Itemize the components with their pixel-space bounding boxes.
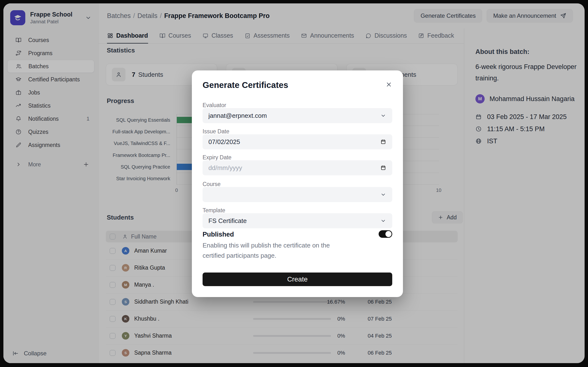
template-select[interactable]: FS Certificate [203, 213, 392, 228]
field-label-template: Template [203, 207, 225, 214]
app-window: Frappe School Jannat Patel CoursesProgra… [3, 3, 585, 363]
date-calendar-icon [380, 139, 386, 145]
generate-certificates-modal: Generate Certificates Evaluator jannat@e… [192, 70, 403, 297]
chevron-down-icon [380, 191, 386, 198]
chevron-down-icon [380, 218, 386, 224]
field-value: FS Certificate [208, 217, 380, 225]
field-value: 07/02/2025 [208, 138, 380, 146]
chevron-down-icon [380, 112, 386, 119]
close-icon[interactable] [385, 81, 392, 88]
field-label-issue-date: Issue Date [203, 128, 229, 135]
expiry-date-date-input[interactable]: dd/mm/yyyy [203, 160, 392, 175]
published-toggle[interactable] [379, 230, 392, 238]
published-label: Published [203, 231, 234, 238]
modal-title: Generate Certificates [203, 80, 288, 90]
create-button[interactable]: Create [203, 273, 392, 286]
course-select[interactable] [203, 187, 392, 202]
field-value: jannat@erpnext.com [208, 112, 380, 119]
field-label-expiry-date: Expiry Date [203, 154, 232, 161]
field-value: dd/mm/yyyy [208, 164, 380, 172]
date-calendar-icon [380, 165, 386, 171]
create-button-label: Create [287, 275, 308, 283]
screen: { "sidebar": { "school_name": "Frappe Sc… [0, 0, 588, 367]
field-label-course: Course [203, 181, 221, 188]
issue-date-date-input[interactable]: 07/02/2025 [203, 134, 392, 149]
published-description: Enabling this will publish the certifica… [203, 240, 353, 261]
field-label-evaluator: Evaluator [203, 102, 226, 109]
toggle-knob [385, 231, 392, 237]
evaluator-select[interactable]: jannat@erpnext.com [203, 108, 392, 123]
